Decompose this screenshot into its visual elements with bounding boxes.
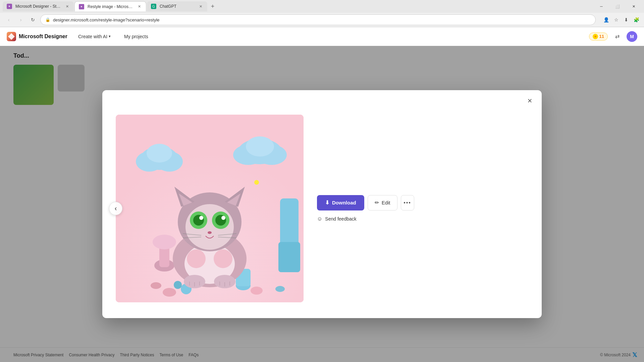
tab1-close-icon[interactable]: ✕ [64,4,70,9]
tab3-favicon: G [151,4,156,9]
svg-point-14 [153,235,176,249]
modal-actions-area: ⬇ Download ✏ Edit ••• ☺ Send feedback [317,109,528,308]
credits-badge[interactable]: ★ 11 [589,33,608,41]
prev-image-button[interactable]: ‹ [109,202,122,215]
svg-rect-11 [278,242,300,272]
nav-create-ai-label: Create with AI [78,34,107,39]
header-right: ★ 11 ⇄ M [589,31,637,42]
action-buttons: ⬇ Download ✏ Edit ••• [317,195,528,210]
tab2-close-icon[interactable]: ✕ [137,4,142,9]
svg-point-21 [163,288,176,297]
lock-icon: 🔒 [45,17,50,22]
modal-image [116,115,304,302]
new-tab-button[interactable]: + [208,2,217,11]
logo-diamond-shape [8,33,15,40]
nav-my-projects[interactable]: My projects [121,33,151,41]
svg-point-42 [208,231,212,234]
edit-pencil-icon: ✏ [375,199,379,206]
reload-button[interactable]: ↻ [28,15,38,24]
tab3-close-icon[interactable]: ✕ [198,4,203,9]
avatar[interactable]: M [627,31,637,42]
main-nav: Create with AI ▾ [75,33,113,41]
edit-label: Edit [382,200,390,205]
edit-button[interactable]: ✏ Edit [368,195,397,210]
address-bar-row: ‹ › ↻ 🔒 designer.microsoft.com/restyle-i… [0,13,644,27]
modal-body: ‹ [102,109,542,318]
close-icon: ✕ [527,97,532,105]
minimize-button[interactable]: ─ [594,1,609,11]
svg-point-28 [187,249,206,268]
browser-tab-1[interactable]: ✦ Microsoft Designer - Stunning... ✕ [3,1,74,11]
address-bar[interactable]: 🔒 designer.microsoft.com/restyle-image?s… [40,14,596,25]
app-logo[interactable]: Microsoft Designer [7,32,67,41]
svg-point-29 [214,249,232,268]
download-button[interactable]: ⬇ Download [317,195,364,210]
nav-create-ai[interactable]: Create with AI ▾ [75,33,113,41]
prev-icon: ‹ [115,204,117,212]
modal-image-area: ‹ [116,109,304,308]
window-controls: ─ ⬜ ✕ [594,1,641,11]
app-name-label: Microsoft Designer [19,34,67,40]
browser-chrome: ✦ Microsoft Designer - Stunning... ✕ ✦ R… [0,0,644,27]
svg-point-20 [251,287,263,295]
forward-button[interactable]: › [16,15,25,24]
extensions-icon[interactable]: 🧩 [633,16,640,23]
svg-point-23 [275,286,285,292]
modal-header: ✕ [102,90,542,109]
svg-point-25 [174,281,182,289]
feedback-link[interactable]: ☺ Send feedback [317,216,357,222]
modal-close-button[interactable]: ✕ [524,96,535,106]
tab1-favicon: ✦ [7,4,12,9]
maximize-button[interactable]: ⬜ [610,1,625,11]
download-label: Download [332,200,356,205]
profile-icon[interactable]: 👤 [602,16,610,23]
tab2-favicon: ✦ [79,4,84,9]
svg-point-40 [199,216,203,220]
svg-point-31 [185,204,234,250]
more-options-button[interactable]: ••• [401,195,414,210]
more-icon: ••• [404,200,411,206]
svg-point-41 [221,216,225,220]
download-icon: ⬇ [325,199,329,206]
feedback-icon: ☺ [317,216,322,222]
tab1-title: Microsoft Designer - Stunning... [15,4,62,9]
tab3-title: ChatGPT [160,4,176,9]
browser-toolbar: 👤 ☆ ⬇ 🧩 [602,16,640,23]
nav-create-ai-chevron: ▾ [109,34,111,39]
tab-bar: ✦ Microsoft Designer - Stunning... ✕ ✦ R… [0,0,644,13]
svg-point-5 [147,144,172,163]
svg-point-22 [151,282,161,289]
feedback-label: Send feedback [325,216,356,222]
app-header: Microsoft Designer Create with AI ▾ My p… [0,27,644,46]
star-icon[interactable]: ☆ [612,16,620,23]
browser-download-icon[interactable]: ⬇ [623,16,630,23]
logo-icon [7,32,16,41]
svg-point-9 [246,136,274,157]
coin-icon: ★ [593,34,598,39]
share-icon[interactable]: ⇄ [612,31,623,42]
browser-tab-3[interactable]: G ChatGPT ✕ [147,1,207,11]
tab2-title: Restyle image - Microsoft Desi... [88,4,135,9]
back-button[interactable]: ‹ [4,15,13,24]
close-button[interactable]: ✕ [626,1,641,11]
modal-image-svg [116,115,304,302]
browser-tab-2[interactable]: ✦ Restyle image - Microsoft Desi... ✕ [74,1,146,11]
nav-my-projects-label: My projects [124,34,148,39]
credits-count: 11 [599,34,604,39]
modal-dialog: ✕ ‹ [102,90,542,318]
url-text: designer.microsoft.com/restyle-image?sce… [53,17,160,22]
